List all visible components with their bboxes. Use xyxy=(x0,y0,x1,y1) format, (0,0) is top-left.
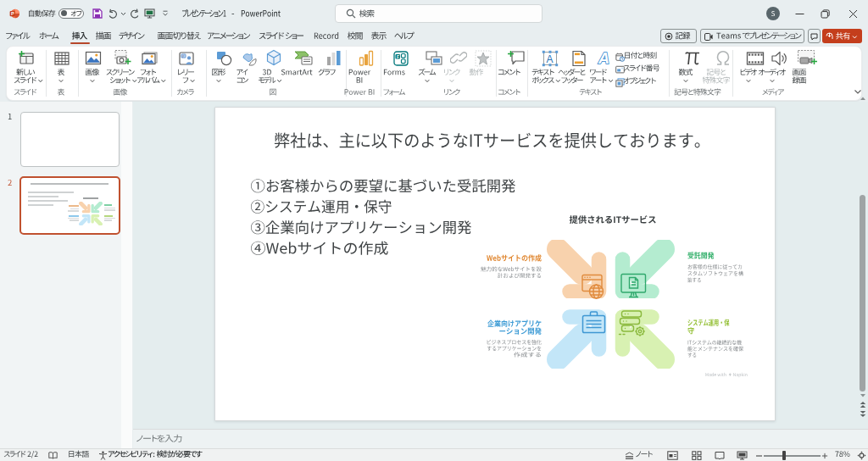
svg-text:A: A xyxy=(598,50,609,67)
svg-text:F: F xyxy=(397,54,399,59)
svg-text:A: A xyxy=(547,53,554,65)
svg-text:P: P xyxy=(11,11,14,16)
